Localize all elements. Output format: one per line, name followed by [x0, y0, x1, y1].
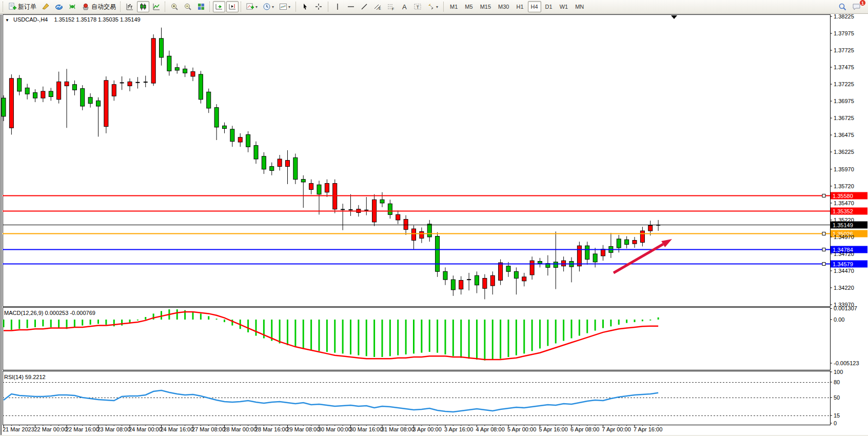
templates-button[interactable]: ▾	[277, 1, 292, 12]
chart-shift-icon	[228, 3, 236, 11]
timeframe-button-m1[interactable]: M1	[447, 1, 461, 12]
chevron-down-icon: ▾	[436, 5, 438, 9]
toolbar-separator	[328, 2, 328, 12]
text-label-icon: T	[413, 3, 422, 11]
search-icon	[838, 3, 847, 11]
svg-text:1.34470: 1.34470	[834, 268, 854, 274]
svg-text:1.38225: 1.38225	[834, 14, 854, 19]
svg-text:28 Mar 00:00: 28 Mar 00:00	[224, 426, 257, 432]
horizontal-line-button[interactable]	[345, 1, 357, 12]
tile-windows-button[interactable]	[195, 1, 207, 12]
signals-button[interactable]	[66, 1, 78, 12]
toolbar-grip	[241, 2, 242, 12]
signal-icon	[68, 3, 76, 11]
chart-title: ▼ USDCAD-,H4 1.35152 1.35178 1.35035 1.3…	[5, 16, 141, 23]
svg-text:7 Apr 16:00: 7 Apr 16:00	[634, 426, 662, 432]
timeframe-group: M1M5M15M30H1H4D1W1MN	[446, 1, 587, 12]
time-axis[interactable]: 21 Mar 202322 Mar 00:0022 Mar 16:0023 Ma…	[3, 425, 662, 432]
autoscroll-button[interactable]	[213, 1, 225, 12]
svg-text:6 Apr 08:00: 6 Apr 08:00	[570, 426, 599, 432]
equidistant-channel-button[interactable]: E	[371, 1, 384, 12]
timeframe-button-h4[interactable]: H4	[528, 1, 541, 12]
styles-button[interactable]	[40, 1, 52, 12]
svg-text:1.35720: 1.35720	[834, 183, 854, 189]
zoom-in-button[interactable]	[168, 1, 181, 12]
svg-text:1.35580: 1.35580	[833, 193, 853, 199]
chevron-down-icon: ▾	[255, 5, 258, 9]
svg-text:1.36975: 1.36975	[834, 98, 854, 104]
svg-text:A: A	[402, 3, 407, 11]
timeframe-button-mn[interactable]: MN	[572, 1, 587, 12]
svg-text:5 Apr 00:00: 5 Apr 00:00	[507, 426, 536, 432]
svg-text:0: 0	[834, 420, 837, 426]
chevron-down-icon: ▾	[272, 5, 274, 9]
svg-text:23 Mar 08:00: 23 Mar 08:00	[97, 426, 131, 432]
vertical-line-button[interactable]	[331, 1, 344, 12]
toolbar-grip	[165, 2, 166, 12]
svg-text:22 Mar 00:00: 22 Mar 00:00	[34, 426, 68, 432]
toolbar: 新订单 自动交易	[0, 0, 868, 14]
collapse-triangle-icon[interactable]: ▼	[5, 18, 9, 23]
svg-text:E: E	[379, 7, 381, 10]
svg-text:80: 80	[834, 379, 840, 385]
channel-pencil-icon: E	[373, 3, 382, 11]
toolbar-separator	[443, 2, 444, 12]
toolbar-separator	[295, 2, 296, 12]
cursor-icon	[301, 3, 309, 11]
timeframe-button-m5[interactable]: M5	[462, 1, 476, 12]
indicators-button[interactable]: ▾	[244, 1, 260, 12]
svg-text:30 Mar 16:00: 30 Mar 16:00	[350, 426, 383, 432]
search-button[interactable]	[836, 1, 849, 12]
periods-button[interactable]: ▾	[261, 1, 276, 12]
svg-text:1.34720: 1.34720	[834, 251, 854, 257]
toolbar-grip	[3, 2, 4, 12]
chart-shift-button[interactable]	[226, 1, 239, 12]
svg-text:15: 15	[834, 412, 840, 419]
new-order-button[interactable]: 新订单	[6, 1, 38, 12]
fibonacci-button[interactable]: F	[385, 1, 397, 12]
svg-text:50: 50	[834, 394, 840, 401]
bar-chart-button[interactable]	[124, 1, 136, 12]
arrows-button[interactable]: ▾	[425, 1, 440, 12]
toolbar-right: 1	[836, 1, 864, 12]
autotrading-icon	[82, 3, 90, 11]
autotrading-label: 自动交易	[91, 3, 116, 11]
cursor-button[interactable]	[299, 1, 311, 12]
zoom-in-icon	[170, 3, 179, 11]
svg-text:7 Apr 00:00: 7 Apr 00:00	[602, 426, 631, 432]
timeframe-button-w1[interactable]: W1	[557, 1, 571, 12]
svg-text:1.35220: 1.35220	[834, 217, 854, 223]
svg-text:1.35352: 1.35352	[833, 208, 853, 214]
svg-text:1.34220: 1.34220	[834, 285, 854, 291]
notifications-button[interactable]: 1	[850, 1, 863, 12]
text-a-icon: A	[400, 3, 408, 11]
svg-text:1.37725: 1.37725	[834, 47, 854, 53]
svg-text:30 Mar 00:00: 30 Mar 00:00	[318, 426, 351, 432]
svg-text:22 Mar 16:00: 22 Mar 16:00	[66, 426, 99, 432]
timeframe-button-d1[interactable]: D1	[542, 1, 556, 12]
text-label-button[interactable]: T	[411, 1, 424, 12]
fibonacci-icon: F	[387, 3, 395, 11]
line-chart-icon	[152, 3, 161, 11]
blue-chart-profile-icon	[55, 3, 63, 11]
price-chart-canvas[interactable]: 1.355801.353521.351491.350261.347841.345…	[0, 14, 868, 436]
svg-text:3 Apr 16:00: 3 Apr 16:00	[444, 426, 473, 432]
macd-indicator-label: MACD(12,26,9) 0.000253 -0.000769	[4, 310, 95, 316]
text-button[interactable]: A	[398, 1, 410, 12]
horizontal-line-icon	[347, 3, 355, 11]
trendline-button[interactable]	[358, 1, 370, 12]
svg-text:1.37475: 1.37475	[834, 64, 854, 70]
zoom-out-button[interactable]	[182, 1, 194, 12]
timeframe-button-m30[interactable]: M30	[495, 1, 512, 12]
autotrading-button[interactable]: 自动交易	[80, 1, 118, 12]
profile-button[interactable]	[53, 1, 65, 12]
crosshair-button[interactable]	[312, 1, 325, 12]
vertical-line-icon	[333, 3, 342, 11]
svg-text:1.37975: 1.37975	[834, 30, 854, 36]
candlestick-chart-button[interactable]	[137, 1, 149, 12]
svg-text:0.001307: 0.001307	[834, 305, 857, 311]
new-order-label: 新订单	[18, 3, 36, 11]
timeframe-button-h1[interactable]: H1	[513, 1, 526, 12]
timeframe-button-m15[interactable]: M15	[477, 1, 494, 12]
line-chart-button[interactable]	[150, 1, 163, 12]
